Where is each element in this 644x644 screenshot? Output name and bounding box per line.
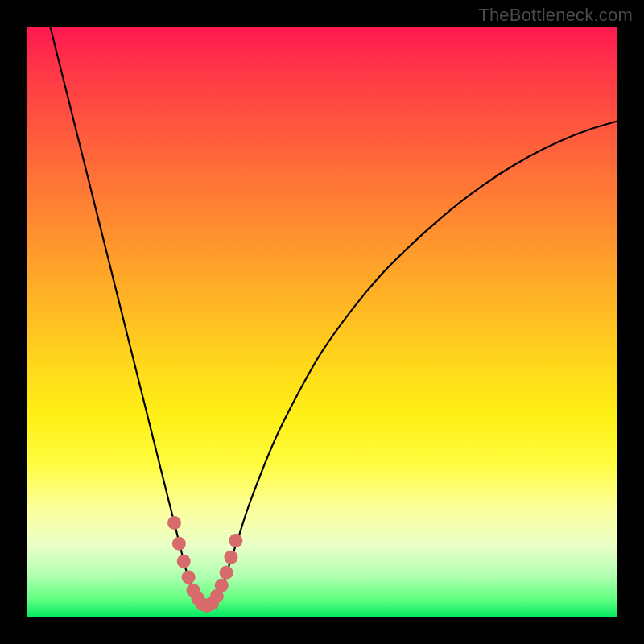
valley-marker (229, 534, 242, 547)
valley-marker (224, 551, 237, 564)
valley-marker (177, 555, 191, 568)
valley-marker (220, 566, 233, 580)
valley-marker-group (167, 516, 242, 613)
valley-marker (182, 571, 196, 584)
bottleneck-chart-svg (27, 27, 617, 617)
valley-marker (167, 516, 181, 530)
valley-marker (215, 579, 229, 592)
chart-area (27, 27, 617, 617)
valley-marker (172, 537, 186, 551)
watermark-label: TheBottleneck.com (478, 5, 633, 26)
bottleneck-curve-path (50, 27, 617, 606)
